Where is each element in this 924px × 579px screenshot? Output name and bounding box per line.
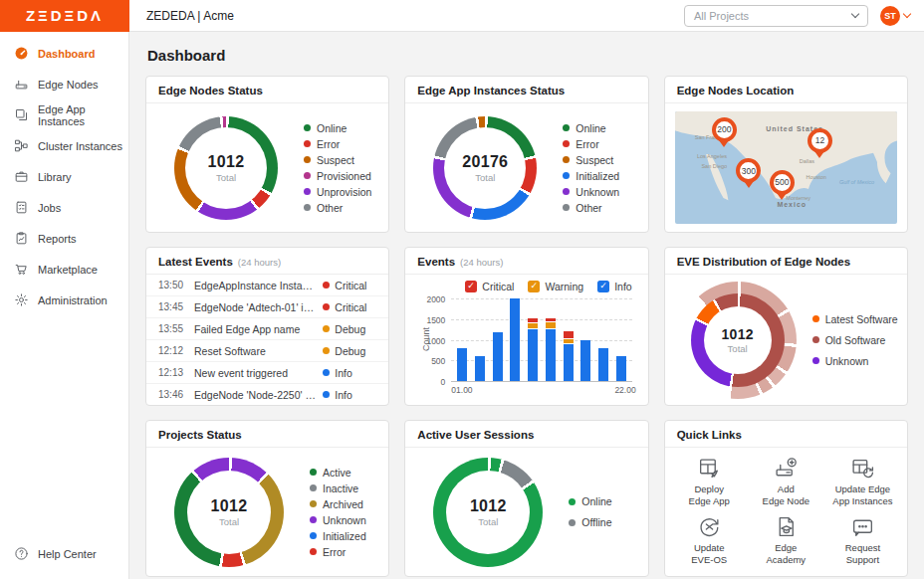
severity-dot: [323, 282, 330, 289]
project-filter-select[interactable]: All Projects: [684, 5, 868, 27]
card-title: Active User Sessions: [417, 429, 534, 441]
bar: [580, 298, 590, 381]
sidebar-item-reports[interactable]: Reports: [0, 223, 128, 254]
legend-dot: [563, 124, 570, 131]
sidebar-item-help-center[interactable]: Help Center: [0, 538, 128, 569]
card-title: EVE Distribution of Edge Nodes: [677, 256, 850, 268]
legend-item: Initialized: [310, 530, 366, 542]
chevron-down-icon: [903, 10, 911, 18]
map-marker[interactable]: 500: [768, 170, 796, 205]
sidebar-item-edge-app-instances[interactable]: Edge App Instances: [0, 99, 128, 130]
events-list: 13:50EdgeAppInstance Instance 'EdgeApp..…: [146, 275, 388, 405]
event-row: 13:50EdgeAppInstance Instance 'EdgeApp..…: [146, 275, 388, 296]
legend-item: Error: [563, 138, 619, 150]
gear-icon: [14, 292, 29, 307]
card-title: Quick Links: [677, 429, 742, 441]
dashboard-icon: [14, 46, 29, 61]
chevron-down-icon: [851, 10, 859, 18]
quick-link-deploy-edge-app[interactable]: DeployEdge App: [671, 452, 748, 511]
avatar: ST: [880, 6, 900, 26]
project-filter-value: All Projects: [694, 10, 749, 22]
legend-dot: [304, 156, 311, 163]
legend-item: Other: [563, 202, 619, 214]
legend-dot: [310, 469, 317, 476]
edge-nodes-status-donut: 1012Total: [174, 116, 278, 220]
legend-dot: [563, 156, 570, 163]
user-menu[interactable]: ST: [880, 6, 910, 26]
jobs-icon: [14, 200, 29, 215]
legend-dot: [812, 315, 819, 322]
map-canvas[interactable]: United States Mexico Gulf of Mexico San …: [675, 111, 897, 224]
legend-dot: [304, 140, 311, 147]
legend-dot: [310, 532, 317, 539]
warning-filter-checkbox[interactable]: Warning: [528, 281, 583, 292]
map-label-gulf: Gulf of Mexico: [839, 179, 874, 185]
legend-dot: [812, 336, 819, 343]
legend-dot: [569, 519, 576, 526]
map-marker[interactable]: 12: [806, 128, 833, 163]
request-support-icon: [850, 514, 875, 539]
legend: Online Error Suspect Provisioned Unprovi…: [304, 122, 371, 214]
event-row: 13:45EdgeNode 'Adtech-01' is 'Updated'Cr…: [146, 296, 388, 318]
org-title: ZEDEDA | Acme: [146, 9, 234, 23]
legend-item: Unprovision: [304, 186, 371, 198]
quick-link-update-eve-os[interactable]: UpdateEVE-OS: [671, 511, 748, 571]
sidebar-item-jobs[interactable]: Jobs: [0, 192, 128, 223]
legend-dot: [563, 204, 570, 211]
quick-link-update-edge-app-instances[interactable]: Update EdgeApp Instances: [824, 452, 901, 511]
sidebar-item-edge-nodes[interactable]: Edge Nodes: [0, 69, 128, 99]
edge-academy-icon: [774, 514, 799, 539]
bar: [598, 298, 608, 381]
main-content: Dashboard Edge Nodes Status 1012Total On…: [129, 32, 924, 579]
legend-item: Initialized: [563, 170, 619, 182]
sidebar-item-dashboard[interactable]: Dashboard: [0, 38, 128, 69]
legend-item: Online: [304, 122, 371, 134]
quick-link-request-support[interactable]: RequestSupport: [824, 511, 901, 571]
map-marker[interactable]: 200: [710, 117, 738, 152]
severity-dot: [323, 391, 330, 398]
legend-item: Unknown: [310, 514, 366, 526]
card-eve-distribution: EVE Distribution of Edge Nodes 1012Total…: [664, 247, 908, 406]
sidebar-item-library[interactable]: Library: [0, 161, 128, 192]
quick-link-add-edge-node[interactable]: AddEdge Node: [748, 452, 824, 511]
legend-dot: [304, 172, 311, 179]
legend-dot: [310, 516, 317, 523]
critical-filter-checkbox[interactable]: Critical: [465, 281, 514, 292]
legend-item: Online: [563, 122, 619, 134]
legend-item: Suspect: [304, 154, 371, 166]
card-subtitle: (24 hours): [238, 257, 281, 268]
card-subtitle: (24 hours): [460, 257, 503, 268]
legend-item: Error: [304, 138, 371, 150]
legend: Online Error Suspect Initialized Unknown…: [563, 122, 619, 214]
eve-distribution-outer-ring: 1012Total: [679, 282, 797, 399]
card-events-chart: Events(24 hours) Critical Warning Info 2…: [404, 247, 648, 406]
card-edge-nodes-status: Edge Nodes Status 1012Total Online Error…: [145, 76, 389, 233]
reports-icon: [14, 231, 29, 246]
card-title: Edge Nodes Location: [677, 85, 795, 96]
zededa-logo: ZΞDΞDΛ: [0, 0, 129, 32]
sidebar-item-administration[interactable]: Administration: [0, 285, 128, 315]
event-row: 13:46EdgeNode 'Node-2250' is 'Updated'In…: [146, 384, 388, 405]
bar: [616, 298, 626, 381]
map-marker[interactable]: 300: [735, 158, 763, 193]
sidebar-item-marketplace[interactable]: Marketplace: [0, 254, 128, 285]
edge-node-icon: [14, 77, 29, 92]
checkbox-icon: [597, 281, 609, 292]
severity-dot: [323, 325, 330, 332]
bar: [493, 298, 503, 381]
legend-item: Active: [310, 467, 366, 479]
card-latest-events: Latest Events(24 hours) 13:50EdgeAppInst…: [145, 247, 389, 406]
marketplace-icon: [14, 262, 29, 277]
legend-item: Other: [304, 202, 371, 214]
legend: Active Inactive Archived Unknown Initial…: [310, 467, 366, 558]
y-axis-label: Count: [421, 324, 431, 354]
severity-dot: [323, 347, 330, 354]
card-title: Edge App Instances Status: [417, 85, 565, 96]
quick-link-edge-academy[interactable]: EdgeAcademy: [748, 511, 824, 571]
sidebar-item-cluster-instances[interactable]: Cluster Instances: [0, 130, 128, 161]
card-quick-links: Quick Links DeployEdge App AddEdge Node …: [664, 420, 908, 577]
event-row: 13:55Failed Edge App nameDebug: [146, 318, 388, 340]
info-filter-checkbox[interactable]: Info: [597, 281, 632, 292]
update-edge-app-instances-icon: [850, 456, 875, 481]
legend-item: Inactive: [310, 482, 366, 494]
